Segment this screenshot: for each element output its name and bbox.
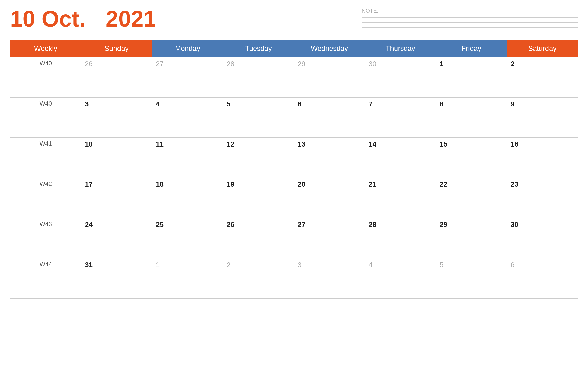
- day-cell: 4: [365, 258, 436, 299]
- day-cell: 29: [294, 57, 365, 98]
- day-cell: 2: [507, 57, 578, 98]
- col-header-thursday: Thursday: [365, 40, 436, 57]
- day-cell: 22: [436, 178, 507, 218]
- day-number: 29: [298, 60, 305, 68]
- day-cell: 6: [294, 98, 365, 138]
- day-cell: 23: [507, 178, 578, 218]
- day-number: 30: [369, 60, 376, 68]
- header: 10 Oct. 2021 NOTE:: [10, 8, 578, 32]
- day-cell: 17: [81, 178, 152, 218]
- week-label: W40: [10, 98, 81, 138]
- day-number: 8: [440, 100, 444, 108]
- day-number: 15: [440, 140, 447, 148]
- day-number: 27: [298, 221, 305, 228]
- note-line-1: [362, 17, 578, 18]
- day-number: 20: [298, 180, 305, 188]
- day-cell: 13: [294, 138, 365, 178]
- day-number: 6: [298, 100, 302, 108]
- col-header-weekly: Weekly: [10, 40, 81, 57]
- day-number: 14: [369, 140, 376, 148]
- day-cell: 10: [81, 138, 152, 178]
- day-cell: 29: [436, 218, 507, 258]
- day-number: 13: [298, 140, 305, 148]
- day-number: 1: [156, 261, 160, 269]
- table-row: W4431123456: [10, 258, 578, 299]
- col-header-monday: Monday: [152, 40, 223, 57]
- day-cell: 26: [223, 218, 294, 258]
- day-cell: 5: [223, 98, 294, 138]
- day-cell: 8: [436, 98, 507, 138]
- note-line-3: [362, 27, 578, 28]
- col-header-tuesday: Tuesday: [223, 40, 294, 57]
- day-number: 21: [369, 180, 376, 188]
- day-cell: 9: [507, 98, 578, 138]
- day-number: 4: [156, 100, 160, 108]
- day-cell: 2: [223, 258, 294, 299]
- day-cell: 30: [507, 218, 578, 258]
- day-cell: 25: [152, 218, 223, 258]
- day-cell: 26: [81, 57, 152, 98]
- day-cell: 5: [436, 258, 507, 299]
- day-cell: 1: [152, 258, 223, 299]
- day-number: 5: [440, 261, 444, 269]
- col-header-wednesday: Wednesday: [294, 40, 365, 57]
- day-number: 23: [511, 180, 518, 188]
- day-number: 22: [440, 180, 447, 188]
- week-label: W43: [10, 218, 81, 258]
- day-number: 27: [156, 60, 164, 68]
- col-header-sunday: Sunday: [81, 40, 152, 57]
- day-cell: 19: [223, 178, 294, 218]
- day-cell: 27: [152, 57, 223, 98]
- day-number: 24: [85, 221, 93, 228]
- day-number: 16: [511, 140, 518, 148]
- day-number: 29: [440, 221, 447, 228]
- year: 2021: [106, 8, 156, 30]
- day-cell: 15: [436, 138, 507, 178]
- day-cell: 28: [365, 218, 436, 258]
- day-number: 26: [227, 221, 234, 228]
- day-cell: 31: [81, 258, 152, 299]
- day-number: 30: [511, 221, 518, 228]
- day-number: 19: [227, 180, 234, 188]
- day-number: 6: [511, 261, 515, 269]
- day-cell: 20: [294, 178, 365, 218]
- week-label: W40: [10, 57, 81, 98]
- day-cell: 1: [436, 57, 507, 98]
- calendar-table: Weekly Sunday Monday Tuesday Wednesday T…: [10, 40, 578, 299]
- calendar-header-row: Weekly Sunday Monday Tuesday Wednesday T…: [10, 40, 578, 57]
- day-number: 28: [369, 221, 376, 228]
- day-cell: 4: [152, 98, 223, 138]
- day-cell: 11: [152, 138, 223, 178]
- col-header-saturday: Saturday: [507, 40, 578, 57]
- week-label: W44: [10, 258, 81, 299]
- day-number: 3: [298, 261, 302, 269]
- week-label: W42: [10, 178, 81, 218]
- day-cell: 3: [81, 98, 152, 138]
- day-cell: 6: [507, 258, 578, 299]
- day-number: 18: [156, 180, 164, 188]
- table-row: W40262728293012: [10, 57, 578, 98]
- day-number: 9: [511, 100, 515, 108]
- day-number: 2: [227, 261, 231, 269]
- day-number: 3: [85, 100, 89, 108]
- day-number: 7: [369, 100, 373, 108]
- day-number: 17: [85, 180, 93, 188]
- day-number: 10: [85, 140, 93, 148]
- day-number: 25: [156, 221, 164, 228]
- day-cell: 21: [365, 178, 436, 218]
- note-line-2: [362, 22, 578, 23]
- week-label: W41: [10, 138, 81, 178]
- day-cell: 18: [152, 178, 223, 218]
- table-row: W4110111213141516: [10, 138, 578, 178]
- day-cell: 30: [365, 57, 436, 98]
- day-cell: 12: [223, 138, 294, 178]
- day-number: 2: [511, 60, 515, 68]
- day-cell: 24: [81, 218, 152, 258]
- day-cell: 3: [294, 258, 365, 299]
- day-number: 5: [227, 100, 231, 108]
- day-cell: 7: [365, 98, 436, 138]
- table-row: W4324252627282930: [10, 218, 578, 258]
- day-number: 31: [85, 261, 93, 269]
- header-left: 10 Oct. 2021: [10, 8, 351, 30]
- day-cell: 16: [507, 138, 578, 178]
